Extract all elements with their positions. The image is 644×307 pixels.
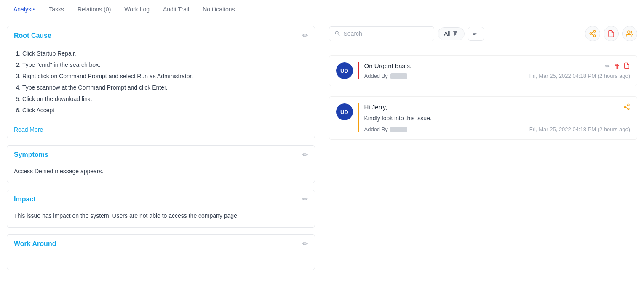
timestamp-1: Fri, Mar 25, 2022 04:18 PM (2 hours ago)	[529, 73, 630, 79]
comment-meta-2: Added By Fri, Mar 25, 2022 04:18 PM (2 h…	[364, 126, 631, 132]
avatar-2: UD	[336, 103, 353, 120]
workaround-title: Work Around	[14, 240, 56, 248]
comment-body-2: Hi Jerry, Kindly look into this issue. A…	[358, 103, 631, 132]
pdf-comment-icon-1[interactable]	[623, 62, 630, 70]
left-panel: Root Cause ✏ Click Startup Repair. Type …	[0, 19, 322, 304]
root-cause-title: Root Cause	[14, 32, 51, 40]
tab-worklog[interactable]: Work Log	[118, 0, 156, 19]
list-item: Click Startup Repair.	[22, 48, 308, 59]
symptoms-header: Symptoms ✏	[7, 146, 315, 164]
svg-point-9	[628, 108, 629, 110]
share-icon-button[interactable]	[585, 26, 600, 41]
sort-button[interactable]	[468, 27, 484, 41]
search-input[interactable]	[344, 30, 429, 37]
comment-actions-1: ✏ 🗑	[605, 62, 630, 70]
list-item: Type scannow at the Command Prompt and c…	[22, 82, 308, 93]
impact-edit-icon[interactable]: ✏	[302, 195, 308, 203]
root-cause-body: Click Startup Repair. Type "cmd" in the …	[7, 45, 315, 123]
comment-greeting-2: Hi Jerry,	[364, 103, 631, 111]
tab-notifications[interactable]: Notifications	[196, 0, 241, 19]
svg-point-1	[590, 33, 592, 35]
tab-relations[interactable]: Relations (0)	[71, 0, 118, 19]
root-cause-edit-icon[interactable]: ✏	[302, 32, 308, 40]
list-item: Type "cmd" in the search box.	[22, 59, 308, 71]
list-item: Click on the download link.	[22, 93, 308, 105]
delete-comment-icon-1[interactable]: 🗑	[614, 63, 620, 70]
avatar-1: UD	[336, 62, 353, 79]
impact-header: Impact ✏	[7, 190, 315, 208]
tab-analysis[interactable]: Analysis	[7, 0, 42, 19]
comment-actions-2	[623, 103, 630, 111]
tab-audittrail[interactable]: Audit Trail	[156, 0, 196, 19]
root-cause-list: Click Startup Repair. Type "cmd" in the …	[14, 48, 308, 116]
search-box[interactable]	[329, 26, 434, 41]
share-comment-icon-2[interactable]	[623, 103, 630, 111]
comment-body-1: On Urgent basis. Added By Fri, Mar 25, 2…	[358, 62, 631, 79]
main-layout: Root Cause ✏ Click Startup Repair. Type …	[0, 19, 644, 304]
svg-point-7	[628, 104, 629, 106]
comments-toolbar: All	[329, 26, 638, 41]
svg-line-3	[591, 34, 593, 35]
impact-card: Impact ✏ This issue has impact on the sy…	[7, 190, 315, 228]
tab-tasks[interactable]: Tasks	[42, 0, 71, 19]
impact-body: This issue has impact on the system. Use…	[7, 208, 315, 227]
people-icon-button[interactable]	[622, 26, 637, 41]
added-by-1: Added By	[364, 73, 407, 79]
svg-point-2	[593, 35, 596, 37]
comment-card-1: UD On Urgent basis. Added By Fri, Mar 25…	[329, 55, 638, 86]
symptoms-edit-icon[interactable]: ✏	[302, 151, 308, 159]
added-by-blur-2	[390, 127, 407, 132]
svg-line-4	[591, 32, 593, 33]
workaround-card: Work Around ✏	[7, 234, 315, 270]
comment-text-1: On Urgent basis.	[364, 62, 631, 69]
search-icon	[334, 30, 340, 37]
svg-line-10	[626, 107, 628, 109]
root-cause-card: Root Cause ✏ Click Startup Repair. Type …	[7, 26, 315, 138]
read-more-link[interactable]: Read More	[7, 123, 315, 138]
filter-icon	[452, 30, 458, 37]
filter-all-button[interactable]: All	[438, 27, 465, 40]
right-panel: All UD	[322, 19, 644, 304]
svg-point-6	[628, 31, 630, 33]
pdf-icon-button[interactable]	[604, 26, 619, 41]
symptoms-body: Access Denied message appears.	[7, 164, 315, 183]
list-item: Click Accept	[22, 105, 308, 116]
symptoms-content: Access Denied message appears.	[14, 167, 308, 176]
workaround-edit-icon[interactable]: ✏	[302, 240, 308, 248]
timestamp-2: Fri, Mar 25, 2022 04:18 PM (2 hours ago)	[529, 126, 630, 132]
added-by-2: Added By	[364, 126, 407, 132]
toolbar-divider	[329, 48, 638, 48]
impact-title: Impact	[14, 196, 36, 203]
comment-meta-1: Added By Fri, Mar 25, 2022 04:18 PM (2 h…	[364, 73, 631, 79]
workaround-body	[7, 253, 315, 270]
svg-point-8	[624, 106, 626, 108]
svg-line-11	[626, 105, 628, 106]
edit-comment-icon-1[interactable]: ✏	[605, 63, 610, 70]
svg-point-0	[593, 31, 596, 33]
symptoms-title: Symptoms	[14, 151, 48, 159]
impact-content: This issue has impact on the system. Use…	[14, 212, 308, 220]
root-cause-header: Root Cause ✏	[7, 26, 315, 45]
added-by-blur-1	[390, 73, 407, 79]
workaround-header: Work Around ✏	[7, 235, 315, 253]
comment-text-2: Kindly look into this issue.	[364, 114, 631, 123]
symptoms-card: Symptoms ✏ Access Denied message appears…	[7, 145, 315, 183]
comment-card-2: UD Hi Jerry, Kindly look into this issue…	[329, 96, 638, 140]
list-item: Right click on Command Prompt and select…	[22, 71, 308, 82]
sort-icon	[473, 32, 479, 38]
filter-all-label: All	[444, 30, 451, 37]
tab-bar: Analysis Tasks Relations (0) Work Log Au…	[0, 0, 644, 19]
